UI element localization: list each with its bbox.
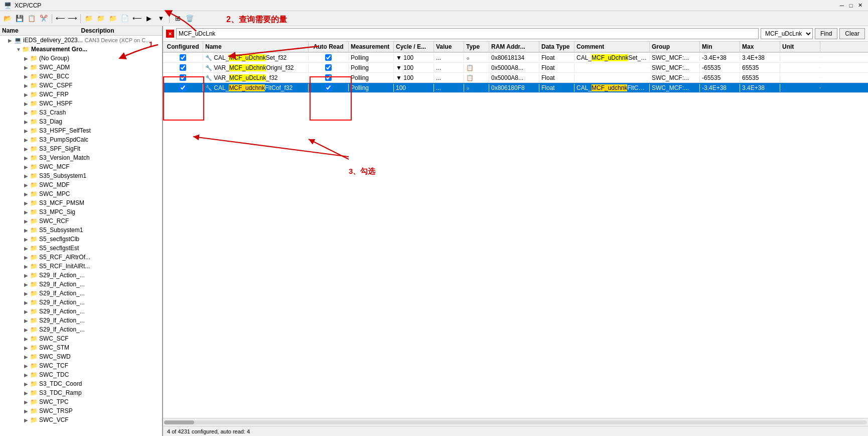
tree-item[interactable]: ▶📁S3_MPC_Sig <box>0 207 162 216</box>
th-measurement[interactable]: Measurement <box>349 42 394 52</box>
toolbar-nav-back[interactable]: ⟵ <box>131 13 142 24</box>
tree-item[interactable]: ▶📁S29_lf_Action_... <box>0 307 162 316</box>
tree-item[interactable]: ▶📁(No Group) <box>0 54 162 63</box>
expand-icon[interactable]: ▶ <box>24 309 30 314</box>
tree-item[interactable]: ▶📁S3_Diag <box>0 117 162 126</box>
tree-item[interactable]: ▶📁S5_secflgstEst <box>0 244 162 253</box>
tree-item[interactable]: ▶📁SWC_CSPF <box>0 81 162 90</box>
toolbar-grid[interactable]: ⊞ <box>172 13 183 24</box>
expand-icon[interactable]: ▶ <box>24 74 30 79</box>
toolbar-open[interactable]: 📂 <box>2 13 13 24</box>
tree-item[interactable]: ▶📁S3_MCF_PMSM <box>0 198 162 207</box>
toolbar-folder2[interactable]: 📁 <box>95 13 106 24</box>
th-comment[interactable]: Comment <box>574 42 650 52</box>
tree-item-measurement-group[interactable]: ▼ 📁 Measurement Gro... <box>0 45 162 54</box>
toolbar-filter[interactable]: ▼ <box>156 13 167 24</box>
table-row[interactable]: 🔧 VAR_MCF_uDchnkOrigni_f32 Polling ▼ 100… <box>163 63 868 73</box>
tree-item[interactable]: ▶📁SWC_MCF <box>0 162 162 171</box>
tree-item[interactable]: ▶📁S3_SPF_SigFlt <box>0 144 162 153</box>
th-name[interactable]: Name <box>203 42 309 52</box>
horizontal-scrollbar[interactable] <box>163 418 868 426</box>
tree-item[interactable]: ▶📁SWC_RCF <box>0 216 162 226</box>
tree-item[interactable]: ▶📁S29_lf_Action_... <box>0 325 162 334</box>
scrollbar-thumb[interactable] <box>164 420 194 424</box>
expand-icon[interactable]: ▶ <box>24 110 30 116</box>
close-button[interactable]: ✕ <box>856 2 864 10</box>
th-type[interactable]: Type <box>464 42 489 52</box>
toolbar-delete[interactable]: 🗑️ <box>184 13 195 24</box>
toolbar-cut[interactable]: ✂️ <box>38 13 49 24</box>
expand-icon[interactable]: ▶ <box>24 119 30 125</box>
expand-icon[interactable]: ▶ <box>24 408 30 414</box>
clear-button[interactable]: Clear <box>839 28 865 39</box>
th-max[interactable]: Max <box>740 42 780 52</box>
minimize-button[interactable]: ─ <box>838 2 846 10</box>
expand-icon[interactable]: ▶ <box>24 219 30 224</box>
search-dropdown[interactable]: MCF_uDcLnk <box>761 28 813 39</box>
th-group[interactable]: Group <box>650 42 700 52</box>
tree-item[interactable]: ▶📁S29_lf_Action_... <box>0 316 162 325</box>
tree-item[interactable]: ▶📁S5_RCF_InitAlRt... <box>0 262 162 271</box>
expand-icon[interactable]: ▶ <box>24 173 30 179</box>
tree-item[interactable]: ▶📁S3_TDC_Ramp <box>0 388 162 397</box>
tree-item[interactable]: ▶📁SWC_HSPF <box>0 99 162 108</box>
tree-item-root[interactable]: ▶ 💻 iEDS_delivery_2023... CAN3 Device (X… <box>0 36 162 45</box>
expand-icon[interactable]: ▶ <box>24 273 30 278</box>
expand-icon[interactable]: ▶ <box>24 363 30 369</box>
th-configured[interactable]: Configured <box>163 42 203 52</box>
expand-icon[interactable]: ▶ <box>24 417 30 423</box>
expand-icon[interactable]: ▶ <box>24 345 30 351</box>
th-ram[interactable]: RAM Addr... <box>489 42 539 52</box>
expand-icon[interactable]: ▶ <box>24 164 30 170</box>
toolbar-back[interactable]: ⟵ <box>55 13 66 24</box>
th-min[interactable]: Min <box>700 42 740 52</box>
tree-item[interactable]: ▶📁SWC_FRP <box>0 90 162 99</box>
checkbox-configured-3[interactable] <box>180 74 186 81</box>
expand-icon[interactable]: ▶ <box>24 354 30 360</box>
tree-item[interactable]: ▶📁S29_lf_Action_... <box>0 280 162 289</box>
expand-icon[interactable]: ▶ <box>24 155 30 161</box>
tree-item[interactable]: ▶📁S5_RCF_AlRtrOf... <box>0 253 162 262</box>
checkbox-configured-2[interactable] <box>180 64 186 71</box>
expand-icon[interactable]: ▶ <box>24 137 30 143</box>
search-close-button[interactable]: × <box>166 30 174 38</box>
toolbar-folder4[interactable]: 📄 <box>119 13 130 24</box>
th-unit[interactable]: Unit <box>780 42 820 52</box>
th-autoread[interactable]: Auto Read <box>309 42 349 52</box>
checkbox-configured-1[interactable] <box>180 54 186 61</box>
toolbar-folder1[interactable]: 📁 <box>83 13 94 24</box>
expand-icon[interactable]: ▶ <box>24 300 30 305</box>
expand-icon[interactable]: ▶ <box>24 381 30 387</box>
th-value[interactable]: Value <box>434 42 464 52</box>
tree-item[interactable]: ▶📁SWC_SWD <box>0 352 162 361</box>
tree-item[interactable]: ▶📁SWC_TCF <box>0 361 162 370</box>
tree-item[interactable]: ▶📁S3_Crash <box>0 108 162 117</box>
expand-root[interactable]: ▶ <box>8 38 14 43</box>
tree-item[interactable]: ▶📁SWC_MPC <box>0 189 162 198</box>
table-row[interactable]: 🔧 CAL_MCF_uDchnkSet_f32 Polling ▼ 100 ..… <box>163 53 868 63</box>
tree-item[interactable]: ▶📁SWC_VCF <box>0 415 162 424</box>
find-button[interactable]: Find <box>815 28 837 39</box>
tree-item[interactable]: ▶📁SWC_STM <box>0 343 162 352</box>
tree-item[interactable]: ▶📁S29_lf_Action_... <box>0 271 162 280</box>
expand-icon[interactable]: ▶ <box>24 128 30 134</box>
expand-icon[interactable]: ▶ <box>24 399 30 405</box>
expand-icon[interactable]: ▶ <box>24 101 30 106</box>
expand-icon[interactable]: ▶ <box>24 291 30 296</box>
expand-icon[interactable]: ▶ <box>24 191 30 197</box>
checkbox-autoread-2[interactable] <box>325 64 332 71</box>
expand-icon[interactable]: ▶ <box>24 182 30 188</box>
expand-icon[interactable]: ▶ <box>24 237 30 242</box>
toolbar-folder3[interactable]: 📁 <box>107 13 118 24</box>
expand-icon[interactable]: ▶ <box>24 56 30 61</box>
tree-item[interactable]: ▶📁S35_Subsystem1 <box>0 171 162 180</box>
expand-icon[interactable]: ▶ <box>24 228 30 233</box>
expand-icon[interactable]: ▶ <box>24 65 30 70</box>
tree-item[interactable]: ▶📁S5_secflgstClb <box>0 235 162 244</box>
tree-item[interactable]: ▶📁S29_lf_Action_... <box>0 298 162 307</box>
tree-item[interactable]: ▶📁S3_HSPF_SelfTest <box>0 126 162 135</box>
expand-icon[interactable]: ▶ <box>24 336 30 342</box>
expand-icon[interactable]: ▶ <box>24 318 30 323</box>
checkbox-autoread-3[interactable] <box>325 74 332 81</box>
expand-meas-group[interactable]: ▼ <box>16 47 22 52</box>
